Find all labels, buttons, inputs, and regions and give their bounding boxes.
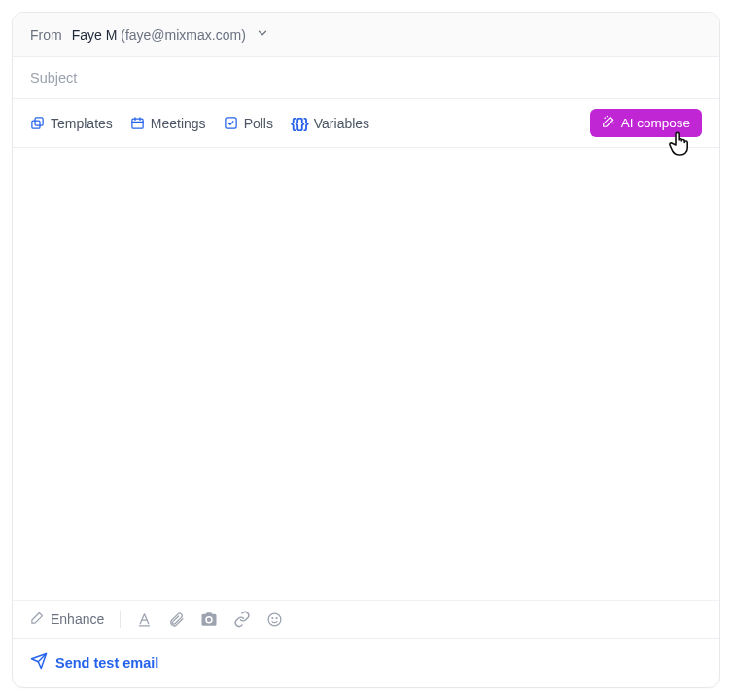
meetings-button[interactable]: Meetings — [130, 116, 206, 131]
paper-plane-icon — [30, 652, 48, 673]
compose-toolbar: Templates Meetings Polls {{}} Variables — [13, 99, 719, 148]
toolbar-left-group: Templates Meetings Polls {{}} Variables — [30, 116, 369, 131]
text-format-icon[interactable] — [136, 612, 153, 628]
from-label: From — [30, 27, 62, 43]
checkbox-icon — [224, 116, 238, 130]
meetings-label: Meetings — [151, 116, 206, 131]
svg-point-10 — [272, 617, 273, 618]
from-email: (faye@mixmax.com) — [121, 27, 246, 43]
compose-textarea[interactable] — [30, 165, 702, 582]
send-test-email-button[interactable]: Send test email — [30, 652, 158, 673]
subject-input[interactable] — [30, 70, 702, 86]
send-test-label: Send test email — [55, 655, 158, 671]
variables-button[interactable]: {{}} Variables — [291, 116, 369, 131]
compose-card: From Faye M (faye@mixmax.com) Templates — [12, 12, 720, 688]
ai-compose-button[interactable]: AI compose — [590, 109, 702, 137]
svg-rect-6 — [226, 118, 236, 128]
attachment-icon[interactable] — [168, 612, 185, 628]
polls-label: Polls — [244, 116, 273, 131]
svg-rect-2 — [132, 119, 143, 128]
body-area — [13, 148, 719, 600]
enhance-label: Enhance — [51, 612, 104, 627]
svg-point-9 — [268, 613, 281, 626]
from-name: Faye M — [72, 27, 118, 43]
polls-button[interactable]: Polls — [224, 116, 273, 131]
from-selector[interactable]: Faye M (faye@mixmax.com) — [72, 26, 269, 43]
footer-row: Send test email — [13, 638, 719, 687]
from-row: From Faye M (faye@mixmax.com) — [13, 13, 719, 56]
separator — [120, 611, 121, 628]
templates-label: Templates — [51, 116, 113, 131]
subject-row — [13, 56, 719, 99]
calendar-icon — [130, 116, 145, 130]
enhance-button[interactable]: Enhance — [30, 611, 104, 628]
templates-button[interactable]: Templates — [30, 116, 113, 131]
svg-point-11 — [276, 617, 277, 618]
templates-icon — [30, 116, 45, 130]
format-toolbar: Enhance — [13, 600, 719, 638]
ai-compose-label: AI compose — [621, 116, 690, 130]
emoji-icon[interactable] — [266, 612, 283, 628]
magic-wand-icon — [602, 115, 615, 131]
variables-icon: {{}} — [291, 116, 308, 131]
link-icon[interactable] — [233, 611, 251, 628]
svg-rect-1 — [32, 121, 40, 128]
wand-icon — [30, 611, 45, 628]
camera-icon[interactable] — [200, 611, 218, 628]
variables-label: Variables — [314, 116, 369, 131]
chevron-down-icon — [256, 26, 269, 43]
svg-rect-0 — [35, 118, 43, 125]
